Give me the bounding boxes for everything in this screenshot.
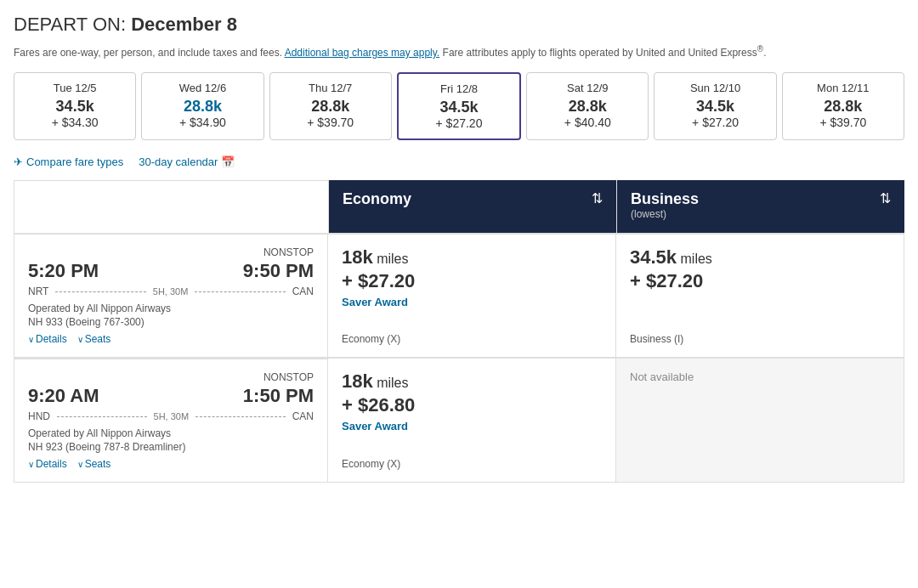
fare-header-1: Business (lowest) ⇅ (617, 180, 904, 233)
price-value: + $40.40 (539, 116, 636, 129)
calendar-icon: 📅 (221, 155, 235, 168)
operated-by-1: Operated by All Nippon Airways (28, 427, 314, 439)
miles-value: 28.8k (795, 98, 892, 116)
fare-cell-0-0[interactable]: 18k miles + $27.20 Saver Award Economy (… (328, 234, 616, 358)
chevron-down-icon-seats: ∨ (77, 335, 83, 344)
fare-notice-text1: Fares are one-way, per person, and inclu… (14, 47, 282, 59)
depart-time-1: 9:20 AM (28, 385, 99, 407)
date-card-0[interactable]: Tue 12/5 34.5k + $34.30 (14, 72, 136, 140)
price-amount-0-0: + $27.20 (342, 270, 602, 292)
col-subtitle-1: (lowest) (631, 208, 699, 220)
cabin-class-0-0: Economy (X) (342, 325, 602, 345)
calendar-label: 30-day calendar (139, 155, 218, 168)
depart-header: DEPART ON: December 8 (14, 14, 904, 36)
fare-header-0: Economy ⇅ (329, 180, 616, 233)
miles-value: 34.5k (26, 98, 123, 116)
calendar-link[interactable]: 30-day calendar 📅 (139, 155, 235, 168)
stop-type-1: NONSTOP (28, 371, 314, 383)
miles-value: 28.8k (539, 98, 636, 116)
chevron-down-icon: ∨ (28, 460, 34, 469)
date-label: Thu 12/7 (282, 82, 379, 94)
unavailable-1-1: Not available (630, 370, 890, 383)
date-card-5[interactable]: Sun 12/10 34.5k + $27.20 (654, 72, 776, 140)
details-link-1[interactable]: ∨ Details (28, 458, 67, 470)
flight-info-1: NONSTOP 9:20 AM 1:50 PM HND 5H, 30M CAN … (14, 359, 328, 483)
fare-col-1: Business (lowest) ⇅ (616, 180, 904, 233)
fare-cell-1-1[interactable]: Not available (616, 359, 904, 483)
date-cards-row: Tue 12/5 34.5k + $34.30 Wed 12/6 28.8k +… (14, 72, 904, 140)
depart-date: December 8 (131, 14, 237, 35)
toolbar: ✈ Compare fare types 30-day calendar 📅 (14, 155, 904, 168)
price-value: + $27.20 (666, 116, 763, 129)
date-label: Fri 12/8 (411, 82, 507, 95)
flight-row-0: NONSTOP 5:20 PM 9:50 PM NRT 5H, 30M CAN … (14, 233, 904, 358)
destination-1: CAN (292, 410, 314, 422)
compare-label: Compare fare types (26, 155, 123, 168)
price-amount-0-1: + $27.20 (630, 270, 890, 292)
fare-col-0: Economy ⇅ (328, 180, 616, 233)
depart-time-0: 5:20 PM (28, 260, 99, 282)
price-value: + $34.30 (26, 116, 123, 129)
chevron-down-icon-seats: ∨ (77, 460, 83, 469)
main-layout: Economy ⇅ Business (lowest) ⇅ (14, 180, 904, 233)
miles-value: 28.8k (282, 98, 379, 116)
fare-notice-text2: Fare attributes apply to flights operate… (443, 47, 757, 59)
date-label: Mon 12/11 (795, 82, 892, 94)
flight-info-0: NONSTOP 5:20 PM 9:50 PM NRT 5H, 30M CAN … (14, 234, 328, 358)
operated-by-0: Operated by All Nippon Airways (28, 302, 314, 314)
arrive-time-0: 9:50 PM (243, 260, 314, 282)
date-card-3[interactable]: Fri 12/8 34.5k + $27.20 (397, 72, 521, 140)
miles-value: 34.5k (666, 98, 763, 116)
depart-label: DEPART ON: (14, 14, 126, 35)
miles-amount-1-0: 18k miles (342, 370, 602, 393)
sort-icon-0[interactable]: ⇅ (592, 190, 603, 206)
bag-charges-link[interactable]: Additional bag charges may apply. (285, 47, 440, 59)
miles-value: 28.8k (154, 98, 251, 116)
date-label: Sat 12/9 (539, 82, 636, 94)
date-card-2[interactable]: Thu 12/7 28.8k + $39.70 (269, 72, 392, 140)
flight-row-1: NONSTOP 9:20 AM 1:50 PM HND 5H, 30M CAN … (14, 358, 904, 483)
cabin-class-0-1: Business (I) (630, 325, 890, 345)
price-value: + $39.70 (282, 116, 379, 129)
date-label: Wed 12/6 (154, 82, 251, 94)
price-value: + $39.70 (795, 116, 892, 129)
date-label: Sun 12/10 (666, 82, 763, 94)
col-title-1: Business (631, 190, 699, 208)
destination-0: CAN (292, 286, 314, 297)
sort-icon-1[interactable]: ⇅ (880, 190, 891, 206)
cabin-class-1-0: Economy (X) (342, 449, 602, 470)
duration-1: 5H, 30M (154, 411, 190, 421)
origin-0: NRT (28, 286, 48, 297)
flight-number-0: NH 933 (Boeing 767-300) (28, 316, 314, 328)
col-title-0: Economy (343, 190, 411, 208)
flight-number-1: NH 923 (Boeing 787-8 Dreamliner) (28, 441, 314, 453)
seats-link-0[interactable]: ∨ Seats (77, 333, 111, 345)
compare-fare-types-link[interactable]: ✈ Compare fare types (14, 155, 123, 168)
stop-type-0: NONSTOP (28, 246, 314, 258)
date-card-1[interactable]: Wed 12/6 28.8k + $34.90 (141, 72, 264, 140)
miles-amount-0-1: 34.5k miles (630, 246, 890, 269)
duration-0: 5H, 30M (153, 286, 189, 297)
price-value: + $34.90 (154, 116, 251, 129)
date-card-4[interactable]: Sat 12/9 28.8k + $40.40 (526, 72, 649, 140)
compare-icon: ✈ (14, 155, 23, 168)
date-card-6[interactable]: Mon 12/11 28.8k + $39.70 (782, 72, 904, 140)
date-label: Tue 12/5 (26, 82, 123, 94)
miles-amount-0-0: 18k miles (342, 246, 602, 269)
seats-link-1[interactable]: ∨ Seats (77, 458, 111, 470)
arrive-time-1: 1:50 PM (243, 385, 314, 407)
price-value: + $27.20 (411, 116, 507, 130)
saver-award-1-0: Saver Award (342, 420, 602, 433)
chevron-down-icon: ∨ (28, 335, 34, 344)
fare-cell-1-0[interactable]: 18k miles + $26.80 Saver Award Economy (… (328, 359, 616, 483)
fare-cell-0-1[interactable]: 34.5k miles + $27.20 Business (I) (616, 234, 904, 358)
origin-1: HND (28, 410, 50, 422)
price-amount-1-0: + $26.80 (342, 394, 602, 416)
fare-columns: Economy ⇅ Business (lowest) ⇅ (328, 180, 904, 233)
miles-value: 34.5k (411, 99, 507, 116)
flights-column (14, 180, 328, 233)
flights-rows-container: NONSTOP 5:20 PM 9:50 PM NRT 5H, 30M CAN … (14, 233, 904, 483)
details-link-0[interactable]: ∨ Details (28, 333, 67, 345)
saver-award-0-0: Saver Award (342, 296, 602, 308)
fare-notice: Fares are one-way, per person, and inclu… (14, 42, 904, 60)
